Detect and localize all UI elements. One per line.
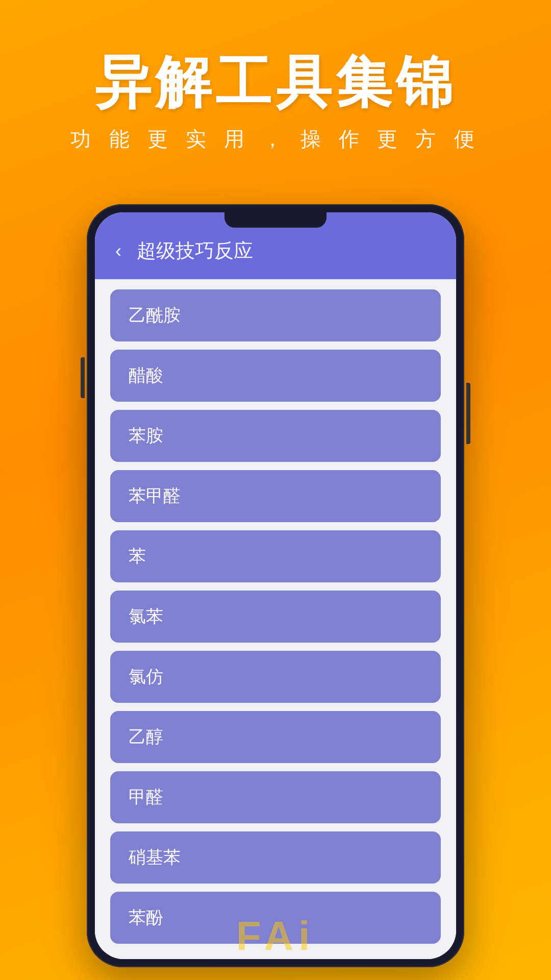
list-container: 乙酰胺醋酸苯胺苯甲醛苯氯苯氯仿乙醇甲醛硝基苯苯酚 xyxy=(95,279,456,959)
list-item[interactable]: 乙醇 xyxy=(110,711,441,763)
screen-title: 超级技巧反应 xyxy=(137,238,253,264)
list-item[interactable]: 苯胺 xyxy=(110,410,441,462)
watermark-text: FAi xyxy=(0,913,551,960)
sub-title: 功 能 更 实 用 ， 操 作 更 方 便 xyxy=(0,125,551,153)
side-button-left xyxy=(81,357,85,398)
list-item[interactable]: 苯 xyxy=(110,530,441,582)
list-item[interactable]: 硝基苯 xyxy=(110,831,441,884)
back-button[interactable]: ‹ xyxy=(115,242,121,260)
list-item[interactable]: 氯苯 xyxy=(110,591,441,643)
list-item[interactable]: 氯仿 xyxy=(110,651,441,703)
list-item[interactable]: 醋酸 xyxy=(110,350,441,402)
phone-screen: ‹ 超级技巧反应 乙酰胺醋酸苯胺苯甲醛苯氯苯氯仿乙醇甲醛硝基苯苯酚 xyxy=(95,212,456,959)
list-item[interactable]: 苯甲醛 xyxy=(110,470,441,522)
side-button-right xyxy=(466,383,470,444)
phone-frame: ‹ 超级技巧反应 乙酰胺醋酸苯胺苯甲醛苯氯苯氯仿乙醇甲醛硝基苯苯酚 xyxy=(87,204,464,967)
screen-header: ‹ 超级技巧反应 xyxy=(95,212,456,279)
main-title: 异解工具集锦 xyxy=(0,51,551,113)
list-item[interactable]: 乙酰胺 xyxy=(110,289,441,341)
list-item[interactable]: 甲醛 xyxy=(110,771,441,823)
